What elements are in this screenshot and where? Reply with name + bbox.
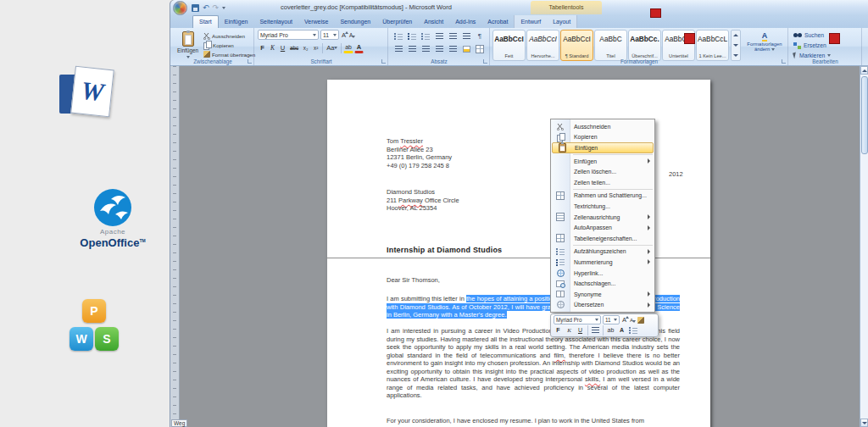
- cut-button[interactable]: Ausschneiden: [203, 31, 245, 40]
- font-name-combo[interactable]: Myriad Pro: [258, 30, 319, 40]
- mini-bullets-button[interactable]: [628, 325, 638, 335]
- font-dialog-launcher[interactable]: [381, 59, 386, 64]
- mini-font-color-button[interactable]: A: [617, 325, 626, 335]
- change-styles-button[interactable]: A Formatvorlagen ändern: [743, 30, 786, 61]
- underline-button[interactable]: U: [278, 42, 287, 53]
- paste-button[interactable]: Einfügen: [175, 30, 201, 60]
- tab-sendungen[interactable]: Sendungen: [334, 16, 376, 28]
- format-painter-button[interactable]: Format übertragen: [203, 50, 255, 58]
- line-spacing-button[interactable]: [447, 43, 459, 54]
- mini-italic-button[interactable]: K: [565, 325, 574, 335]
- mini-bold-button[interactable]: F: [554, 325, 563, 335]
- copy-button[interactable]: Kopieren: [203, 41, 234, 49]
- align-right-button[interactable]: [420, 43, 431, 54]
- superscript-button[interactable]: x²: [311, 42, 320, 53]
- style-chip-ueberschrift[interactable]: AaBbCc.Überschrif...: [628, 30, 661, 61]
- font-name-dropdown-icon[interactable]: [313, 34, 316, 36]
- save-icon[interactable]: [192, 4, 199, 12]
- grow-font-button[interactable]: A: [341, 31, 347, 39]
- vertical-scrollbar[interactable]: [860, 66, 868, 427]
- menu-item-rahmen-schattierung[interactable]: Rahmen und Schattierung...: [551, 191, 654, 202]
- menu-item-uebersetzen[interactable]: Übersetzen: [551, 300, 654, 311]
- menu-item-autoanpassen[interactable]: AutoAnpassen: [551, 222, 654, 233]
- wps-writer-icon[interactable]: W: [70, 327, 93, 351]
- bullets-button[interactable]: [392, 30, 404, 42]
- increase-indent-button[interactable]: [447, 30, 459, 42]
- tab-addins[interactable]: Add-Ins: [449, 16, 481, 28]
- menu-item-textrichtung[interactable]: Textrichtung...: [551, 201, 654, 212]
- mini-shrink-font-button[interactable]: A: [629, 318, 634, 323]
- bold-button[interactable]: F: [258, 42, 267, 53]
- menu-item-ausschneiden[interactable]: Ausschneiden: [551, 121, 654, 132]
- mini-center-button[interactable]: [591, 325, 600, 335]
- text-highlight-button[interactable]: ab: [343, 42, 353, 53]
- redo-icon[interactable]: ↷: [213, 4, 220, 12]
- multilevel-list-button[interactable]: [420, 30, 431, 42]
- font-size-dropdown-icon[interactable]: [333, 34, 337, 36]
- mini-font-name-combo[interactable]: Myriad Pro: [554, 315, 601, 324]
- menu-item-zellen-teilen[interactable]: Zellen teilen...: [551, 177, 654, 188]
- gallery-scroll-up[interactable]: [732, 30, 740, 41]
- font-color-button[interactable]: A: [354, 42, 364, 53]
- menu-item-nummerierung[interactable]: Nummerierung: [551, 257, 654, 268]
- sort-button[interactable]: [460, 30, 472, 42]
- menu-item-synonyme[interactable]: Synonyme: [551, 289, 654, 300]
- replace-button[interactable]: Ersetzen: [793, 41, 826, 50]
- numbering-button[interactable]: [406, 30, 418, 42]
- tab-ansicht[interactable]: Ansicht: [418, 16, 449, 28]
- align-center-button[interactable]: [406, 43, 418, 54]
- openoffice-logo[interactable]: Apache OpenOfficeTM: [66, 188, 159, 256]
- undo-icon[interactable]: ↶: [203, 4, 209, 12]
- wps-spreadsheet-icon[interactable]: S: [95, 327, 119, 351]
- borders-button[interactable]: [474, 43, 486, 54]
- menu-item-tabelleneigenschaften[interactable]: Tabelleneigenschaften...: [551, 233, 654, 244]
- subscript-button[interactable]: x₂: [301, 42, 310, 53]
- tab-entwurf[interactable]: Entwurf: [515, 16, 547, 28]
- clipboard-dialog-launcher[interactable]: [248, 59, 252, 64]
- mini-format-painter-button[interactable]: [636, 315, 645, 324]
- decrease-indent-button[interactable]: [433, 30, 445, 42]
- shrink-font-button[interactable]: A: [348, 32, 353, 38]
- tab-layout[interactable]: Layout: [547, 16, 576, 28]
- mini-grow-font-button[interactable]: A: [621, 316, 627, 324]
- tab-einfuegen[interactable]: Einfügen: [219, 16, 254, 28]
- tab-acrobat[interactable]: Acrobat: [481, 16, 514, 28]
- office-button[interactable]: [173, 1, 187, 15]
- style-chip-kein-leerraum[interactable]: AaBbCcL1 Kein Lee...: [696, 30, 729, 61]
- menu-item-einfuegen-submenu[interactable]: Einfügen: [551, 156, 654, 167]
- scrollbar-thumb[interactable]: [861, 76, 868, 154]
- menu-item-zellen-loeschen[interactable]: Zellen löschen...: [551, 166, 654, 177]
- gallery-scroll-down[interactable]: [732, 41, 740, 51]
- style-chip-standard[interactable]: AaBbCcI¶ Standard: [560, 30, 593, 61]
- menu-item-kopieren[interactable]: Kopieren: [551, 132, 654, 143]
- vertical-ruler[interactable]: [170, 66, 180, 427]
- menu-item-nachschlagen[interactable]: Nachschlagen...: [551, 278, 654, 289]
- tab-ueberpruefen[interactable]: Überprüfen: [376, 16, 418, 28]
- menu-item-zellenausrichtung[interactable]: Zellenausrichtung: [551, 212, 654, 223]
- style-chip-titel[interactable]: AaBbCTitel: [594, 30, 627, 61]
- paragraph-dialog-launcher[interactable]: [483, 59, 487, 64]
- scroll-down-button[interactable]: [860, 419, 868, 427]
- justify-button[interactable]: [433, 43, 445, 54]
- menu-item-aufzaehlungszeichen[interactable]: Aufzählungszeichen: [551, 247, 654, 258]
- menu-item-einfuegen[interactable]: Einfügen: [552, 142, 654, 153]
- show-paragraph-marks-button[interactable]: [474, 30, 486, 42]
- strikethrough-button[interactable]: abc: [288, 42, 300, 53]
- find-button[interactable]: Suchen: [793, 30, 824, 40]
- style-chip-fett[interactable]: AaBbCcIFett: [492, 30, 526, 61]
- change-case-button[interactable]: Aa: [325, 42, 339, 53]
- style-chip-hervorheben[interactable]: AaBbCcIHervorhe...: [526, 30, 559, 61]
- font-size-combo[interactable]: 11: [320, 30, 339, 40]
- qat-dropdown-icon[interactable]: [222, 7, 225, 9]
- mini-font-size-combo[interactable]: 11: [603, 315, 620, 324]
- mini-highlight-button[interactable]: ab: [606, 325, 615, 335]
- shading-button[interactable]: [460, 43, 472, 54]
- italic-button[interactable]: K: [268, 42, 277, 53]
- word-desktop-logo[interactable]: W: [59, 68, 124, 120]
- align-left-button[interactable]: [392, 43, 404, 54]
- mini-underline-button[interactable]: U: [576, 325, 585, 335]
- menu-item-hyperlink[interactable]: Hyperlink...: [551, 268, 654, 279]
- styles-dialog-launcher[interactable]: [782, 59, 786, 64]
- tab-verweise[interactable]: Verweise: [298, 16, 334, 28]
- scroll-up-button[interactable]: [860, 66, 868, 75]
